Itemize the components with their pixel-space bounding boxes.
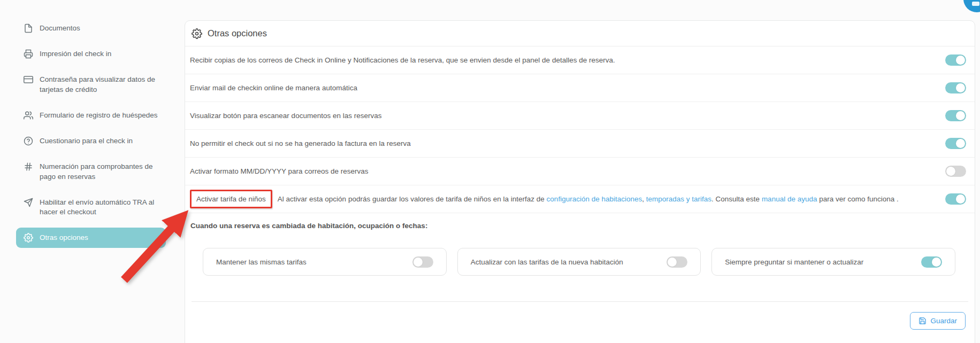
option-card-siempre-preguntar: Siempre preguntar si mantener o actualiz… bbox=[711, 248, 955, 276]
sidebar-item-envio-automatico-tra[interactable]: Habilitar el envío automático TRA al hac… bbox=[16, 192, 166, 222]
inline-link[interactable]: configuración de habitaciones bbox=[547, 195, 642, 203]
sidebar-item-label: Documentos bbox=[40, 24, 80, 33]
toggle-switch[interactable] bbox=[921, 256, 942, 268]
option-label: Siempre preguntar si mantener o actualiz… bbox=[725, 258, 863, 266]
sidebar-item-label: Numeración para comprobantes de pago en … bbox=[40, 162, 158, 181]
sidebar-item-documentos[interactable]: Documentos bbox=[16, 18, 166, 38]
save-button[interactable]: Guardar bbox=[910, 312, 966, 330]
description-text: , bbox=[642, 195, 646, 203]
option-card-actualizar-tarifas: Actualizar con las tarifas de la nueva h… bbox=[457, 248, 701, 276]
option-label: Mantener las mismas tarifas bbox=[216, 258, 307, 266]
setting-label: Activar formato MM/DD/YYYY para correos … bbox=[190, 167, 369, 176]
send-icon bbox=[24, 198, 33, 207]
setting-row-tarifa-ninos: Activar tarifa de niños Al activar esta … bbox=[185, 185, 975, 213]
toggle-knob bbox=[956, 194, 965, 204]
toggle-switch[interactable] bbox=[667, 256, 687, 268]
users-icon bbox=[24, 111, 33, 120]
inline-link[interactable]: manual de ayuda bbox=[762, 195, 817, 203]
save-icon bbox=[918, 317, 927, 325]
gear-icon bbox=[192, 28, 202, 39]
annotation-highlight-box: Activar tarifa de niños bbox=[190, 190, 272, 209]
toggle-knob bbox=[668, 258, 677, 267]
description-text: Al activar esta opción podrás guardar lo… bbox=[278, 195, 547, 203]
credit-card-icon bbox=[24, 75, 33, 84]
setting-row-recibir-copias: Recibir copias de los correos de Check i… bbox=[185, 46, 975, 74]
document-icon bbox=[24, 24, 33, 33]
description-text: para ver como funciona . bbox=[817, 195, 898, 203]
sidebar-item-formulario-huespedes[interactable]: Formulario de registro de huéspedes bbox=[16, 105, 166, 126]
setting-row-formato-fecha: Activar formato MM/DD/YYYY para correos … bbox=[185, 158, 975, 185]
setting-row-visualizar-boton: Visualizar botón para escanear documento… bbox=[185, 102, 975, 130]
panel-footer: Guardar bbox=[185, 302, 975, 330]
rate-change-options: Mantener las mismas tarifas Actualizar c… bbox=[185, 248, 975, 276]
panel-header: Otras opciones bbox=[185, 21, 975, 46]
toggle-switch[interactable] bbox=[945, 166, 966, 177]
panel-title: Otras opciones bbox=[208, 28, 267, 38]
toggle-knob bbox=[956, 111, 965, 120]
toggle-switch[interactable] bbox=[945, 82, 966, 93]
setting-description: Al activar esta opción podrás guardar lo… bbox=[278, 194, 899, 204]
toggle-switch[interactable] bbox=[412, 256, 433, 268]
sidebar-item-label: Habilitar el envío automático TRA al hac… bbox=[40, 198, 158, 217]
gear-icon bbox=[24, 233, 33, 243]
setting-label: Enviar mail de checkin online de manera … bbox=[190, 83, 357, 93]
toggle-knob bbox=[946, 167, 955, 176]
sidebar-item-contrasena-tarjetas[interactable]: Contraseña para visualizar datos de tarj… bbox=[16, 69, 166, 99]
description-text: . Consulta este bbox=[711, 195, 762, 203]
setting-label: No permitir el check out si no se ha gen… bbox=[190, 139, 411, 149]
toggle-switch[interactable] bbox=[945, 54, 966, 66]
toggle-switch[interactable] bbox=[945, 193, 966, 205]
sidebar-item-impresion-check-in[interactable]: Impresión del check in bbox=[16, 44, 166, 64]
setting-label: Visualizar botón para escanear documento… bbox=[190, 111, 381, 121]
help-widget-button[interactable] bbox=[963, 0, 980, 12]
section-heading: Cuando una reserva es cambiada de habita… bbox=[185, 213, 975, 232]
settings-sidebar: Documentos Impresión del check in Contra… bbox=[16, 18, 166, 248]
sidebar-item-numeracion-comprobantes[interactable]: Numeración para comprobantes de pago en … bbox=[16, 157, 166, 186]
sidebar-item-label: Otras opciones bbox=[40, 233, 88, 243]
option-label: Actualizar con las tarifas de la nueva h… bbox=[471, 258, 623, 266]
toggle-knob bbox=[956, 139, 965, 148]
printer-icon bbox=[24, 49, 33, 59]
toggle-knob bbox=[414, 258, 423, 267]
toggle-switch[interactable] bbox=[945, 110, 966, 121]
sidebar-item-label: Impresión del check in bbox=[40, 49, 111, 59]
help-circle-icon bbox=[24, 136, 33, 146]
setting-row-no-permitir-checkout: No permitir el check out si no se ha gen… bbox=[185, 130, 975, 158]
sidebar-item-label: Formulario de registro de huéspedes bbox=[40, 111, 158, 120]
sidebar-item-label: Contraseña para visualizar datos de tarj… bbox=[40, 75, 158, 94]
sidebar-item-otras-opciones[interactable]: Otras opciones bbox=[16, 228, 166, 248]
setting-label: Recibir copias de los correos de Check i… bbox=[190, 56, 615, 65]
save-button-label: Guardar bbox=[930, 317, 957, 325]
toggle-knob bbox=[932, 258, 941, 267]
toggle-knob bbox=[956, 83, 965, 92]
settings-page: Documentos Impresión del check in Contra… bbox=[0, 0, 980, 343]
sidebar-item-label: Cuestionario para el check in bbox=[40, 136, 133, 146]
setting-row-enviar-mail: Enviar mail de checkin online de manera … bbox=[185, 74, 975, 102]
sidebar-item-cuestionario-check-in[interactable]: Cuestionario para el check in bbox=[16, 131, 166, 151]
hash-icon bbox=[24, 162, 33, 172]
inline-link[interactable]: temporadas y tarifas bbox=[646, 195, 711, 203]
option-card-mantener-tarifas: Mantener las mismas tarifas bbox=[203, 248, 447, 276]
otras-opciones-panel: Otras opciones Recibir copias de los cor… bbox=[185, 20, 975, 343]
toggle-knob bbox=[956, 56, 965, 65]
toggle-switch[interactable] bbox=[945, 138, 966, 149]
